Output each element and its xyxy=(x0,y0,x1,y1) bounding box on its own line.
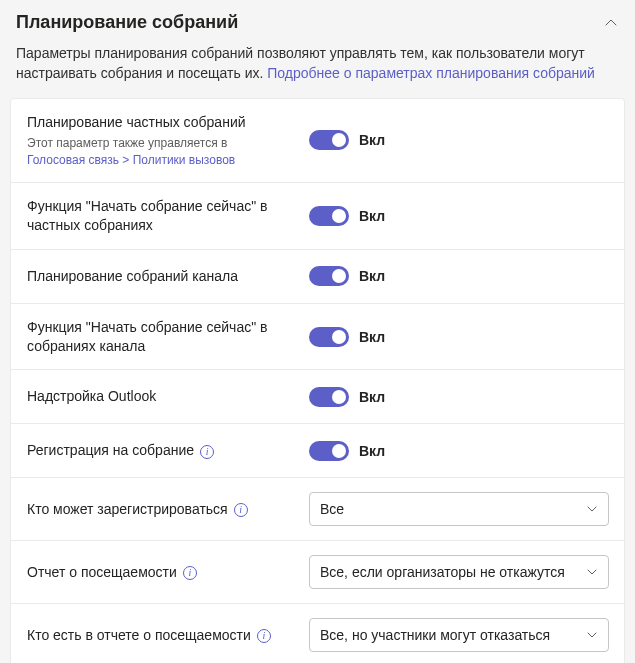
info-icon[interactable]: i xyxy=(234,503,248,517)
select-who-can-register[interactable]: Все xyxy=(309,492,609,526)
row-label: Регистрация на собрание i xyxy=(27,441,309,460)
toggle-state-label: Вкл xyxy=(359,443,385,459)
row-control: Вкл xyxy=(309,266,608,286)
row-channel-meeting-scheduling: Планирование собраний канала Вкл xyxy=(11,250,624,304)
select-attendance-report[interactable]: Все, если организаторы не откажутся xyxy=(309,555,609,589)
toggle-private-meeting[interactable]: Вкл xyxy=(309,130,385,150)
select-value: Все, но участники могут отказаться xyxy=(320,627,550,643)
label-text: Отчет о посещаемости xyxy=(27,563,177,582)
chevron-down-icon xyxy=(586,629,598,641)
label-text: Планирование частных собраний xyxy=(27,113,297,132)
toggle-thumb xyxy=(332,269,346,283)
toggle-track xyxy=(309,206,349,226)
label-text: Кто может зарегистрироваться xyxy=(27,500,228,519)
toggle-track xyxy=(309,130,349,150)
toggle-thumb xyxy=(332,390,346,404)
voice-calling-policies-link[interactable]: Голосовая связь > Политики вызовов xyxy=(27,153,235,167)
toggle-thumb xyxy=(332,444,346,458)
toggle-thumb xyxy=(332,133,346,147)
toggle-state-label: Вкл xyxy=(359,208,385,224)
toggle-thumb xyxy=(332,330,346,344)
toggle-state-label: Вкл xyxy=(359,268,385,284)
row-meet-now-channel: Функция "Начать собрание сейчас" в собра… xyxy=(11,304,624,371)
row-who-can-register: Кто может зарегистрироваться i Все xyxy=(11,478,624,541)
chevron-down-icon xyxy=(586,503,598,515)
row-control: Вкл xyxy=(309,327,608,347)
meeting-scheduling-panel: Планирование собраний Параметры планиров… xyxy=(0,0,635,663)
row-label: Планирование собраний канала xyxy=(27,267,309,286)
select-who-in-report[interactable]: Все, но участники могут отказаться xyxy=(309,618,609,652)
row-label: Отчет о посещаемости i xyxy=(27,563,309,582)
section-title: Планирование собраний xyxy=(16,12,238,33)
label-text: Регистрация на собрание xyxy=(27,441,194,460)
toggle-outlook-addin[interactable]: Вкл xyxy=(309,387,385,407)
settings-card: Планирование частных собраний Этот парам… xyxy=(10,98,625,663)
label-text: Функция "Начать собрание сейчас" в частн… xyxy=(27,197,297,235)
row-label: Функция "Начать собрание сейчас" в собра… xyxy=(27,318,309,356)
info-icon[interactable]: i xyxy=(183,566,197,580)
row-control: Все, если организаторы не откажутся xyxy=(309,555,609,589)
toggle-meet-now-channel[interactable]: Вкл xyxy=(309,327,385,347)
row-control: Вкл xyxy=(309,387,608,407)
toggle-state-label: Вкл xyxy=(359,389,385,405)
row-control: Вкл xyxy=(309,441,608,461)
select-value: Все, если организаторы не откажутся xyxy=(320,564,565,580)
section-header[interactable]: Планирование собраний xyxy=(0,0,635,43)
row-label: Кто может зарегистрироваться i xyxy=(27,500,309,519)
row-label: Функция "Начать собрание сейчас" в частн… xyxy=(27,197,309,235)
learn-more-link[interactable]: Подробнее о параметрах планирования собр… xyxy=(267,65,595,81)
toggle-meet-now-private[interactable]: Вкл xyxy=(309,206,385,226)
row-outlook-addin: Надстройка Outlook Вкл xyxy=(11,370,624,424)
label-text: Функция "Начать собрание сейчас" в собра… xyxy=(27,318,297,356)
toggle-track xyxy=(309,441,349,461)
toggle-track xyxy=(309,266,349,286)
row-meet-now-private: Функция "Начать собрание сейчас" в частн… xyxy=(11,183,624,250)
label-text: Кто есть в отчете о посещаемости xyxy=(27,626,251,645)
row-label: Кто есть в отчете о посещаемости i xyxy=(27,626,309,645)
toggle-channel-scheduling[interactable]: Вкл xyxy=(309,266,385,286)
row-control: Вкл xyxy=(309,206,608,226)
chevron-up-icon xyxy=(603,15,619,31)
info-icon[interactable]: i xyxy=(200,445,214,459)
chevron-down-icon xyxy=(586,566,598,578)
row-control: Все, но участники могут отказаться xyxy=(309,618,609,652)
toggle-thumb xyxy=(332,209,346,223)
toggle-track xyxy=(309,327,349,347)
toggle-state-label: Вкл xyxy=(359,329,385,345)
label-text: Планирование собраний канала xyxy=(27,267,297,286)
row-private-meeting-scheduling: Планирование частных собраний Этот парам… xyxy=(11,99,624,183)
row-control: Все xyxy=(309,492,609,526)
subtext-prefix: Этот параметр также управляется в xyxy=(27,136,227,150)
section-description: Параметры планирования собраний позволяю… xyxy=(0,43,635,98)
row-meeting-registration: Регистрация на собрание i Вкл xyxy=(11,424,624,478)
row-label: Планирование частных собраний Этот парам… xyxy=(27,113,309,168)
select-value: Все xyxy=(320,501,344,517)
row-who-in-attendance-report: Кто есть в отчете о посещаемости i Все, … xyxy=(11,604,624,663)
row-label: Надстройка Outlook xyxy=(27,387,309,406)
label-subtext: Этот параметр также управляется в Голосо… xyxy=(27,135,297,167)
toggle-state-label: Вкл xyxy=(359,132,385,148)
info-icon[interactable]: i xyxy=(257,629,271,643)
label-text: Надстройка Outlook xyxy=(27,387,297,406)
row-control: Вкл xyxy=(309,130,608,150)
row-attendance-report: Отчет о посещаемости i Все, если организ… xyxy=(11,541,624,604)
toggle-track xyxy=(309,387,349,407)
toggle-meeting-registration[interactable]: Вкл xyxy=(309,441,385,461)
